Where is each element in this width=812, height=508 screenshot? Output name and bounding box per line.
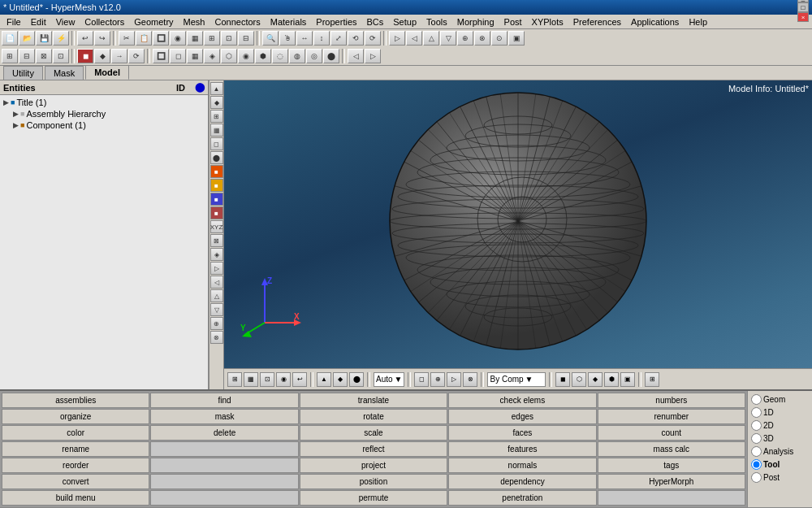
maximize-btn[interactable]: □: [797, 2, 809, 12]
radio-analysis[interactable]: Analysis: [751, 446, 809, 457]
radio-post-input[interactable]: [751, 472, 762, 483]
radio-post[interactable]: Post: [751, 472, 809, 483]
tb7[interactable]: ✂: [119, 31, 135, 46]
tb15[interactable]: 🔍: [262, 31, 279, 46]
tb27[interactable]: ⊗: [474, 31, 490, 46]
tb9[interactable]: 🔲: [153, 31, 169, 46]
cmd-reflect[interactable]: reflect: [300, 441, 447, 457]
cmd-delete[interactable]: delete: [150, 425, 298, 441]
bycomp-dropdown[interactable]: By Comp ▼: [487, 372, 546, 387]
radio-1d-input[interactable]: [751, 407, 762, 418]
tb35[interactable]: ◆: [94, 49, 110, 63]
tb41[interactable]: ◈: [204, 49, 220, 63]
tab-mask[interactable]: Mask: [45, 66, 84, 80]
cmd-convert[interactable]: convert: [2, 474, 149, 489]
cmd-position[interactable]: position: [300, 474, 447, 489]
cmd-rotate[interactable]: rotate: [300, 409, 447, 424]
side-btn-13[interactable]: ◈: [210, 248, 223, 261]
radio-tool[interactable]: Tool: [751, 459, 809, 470]
vp-btn-7[interactable]: ◆: [333, 372, 348, 387]
tb30[interactable]: ⊞: [2, 49, 18, 63]
vp-btn-6[interactable]: ▲: [317, 372, 331, 387]
menu-item-collectors[interactable]: Collectors: [80, 15, 129, 28]
tb19[interactable]: ⤢: [330, 31, 347, 46]
radio-tool-input[interactable]: [751, 459, 762, 470]
tb17[interactable]: ↔: [296, 31, 313, 46]
tb40[interactable]: ▦: [187, 49, 203, 63]
tb18[interactable]: ↕: [313, 31, 330, 46]
radio-3d-input[interactable]: [751, 433, 762, 444]
cmd-renumber[interactable]: renumber: [598, 409, 745, 424]
tb26[interactable]: ⊕: [457, 31, 473, 46]
side-btn-9[interactable]: ■: [210, 193, 223, 206]
vp-btn-11[interactable]: ▷: [447, 372, 461, 387]
tb12[interactable]: ⊞: [204, 31, 220, 46]
save-btn[interactable]: 💾: [36, 31, 52, 46]
side-btn-8[interactable]: ■: [210, 179, 223, 192]
radio-1d[interactable]: 1D: [751, 407, 809, 418]
cmd-features[interactable]: features: [448, 441, 596, 457]
tb44[interactable]: ⬢: [255, 49, 271, 63]
cmd-tags[interactable]: tags: [598, 458, 745, 473]
tb23[interactable]: ◁: [406, 31, 422, 46]
tb32[interactable]: ⊠: [36, 49, 52, 63]
tab-utility[interactable]: Utility: [3, 66, 43, 80]
tb46[interactable]: ◍: [289, 49, 305, 63]
cmd-numbers[interactable]: numbers: [598, 393, 745, 408]
tb22[interactable]: ▷: [389, 31, 405, 46]
vp-btn-17[interactable]: ▣: [620, 372, 635, 387]
cmd-scale[interactable]: scale: [300, 425, 447, 441]
cmd-reorder[interactable]: reorder: [2, 458, 149, 473]
tb20[interactable]: ⟲: [348, 31, 364, 46]
tb11[interactable]: ▦: [187, 31, 203, 46]
tb43[interactable]: ◉: [238, 49, 254, 63]
side-btn-17[interactable]: ▽: [210, 303, 223, 316]
tb29[interactable]: ▣: [508, 31, 525, 46]
tb4[interactable]: ⚡: [53, 31, 69, 46]
cmd-dependency[interactable]: dependency: [448, 474, 596, 489]
tb42[interactable]: ⬡: [221, 49, 237, 63]
cmd-edges[interactable]: edges: [448, 409, 596, 424]
cmd-mass-calc[interactable]: mass calc: [598, 441, 745, 457]
tb37[interactable]: ⟳: [128, 49, 145, 63]
tb49[interactable]: ◁: [348, 49, 364, 63]
tree-item-title[interactable]: ▶ ■ Title (1): [2, 97, 206, 108]
cmd-build-menu[interactable]: build menu: [2, 490, 149, 506]
side-btn-6[interactable]: ⬤: [210, 151, 223, 164]
tb45[interactable]: ◌: [272, 49, 288, 63]
cmd-permute[interactable]: permute: [300, 490, 447, 506]
vp-btn-12[interactable]: ⊗: [463, 372, 477, 387]
radio-geom[interactable]: Geom: [751, 394, 809, 405]
menu-item-help[interactable]: Help: [684, 15, 712, 28]
menu-item-xyplots[interactable]: XYPlots: [527, 15, 568, 28]
menu-item-geometry[interactable]: Geometry: [129, 15, 178, 28]
vp-btn-5[interactable]: ↩: [292, 372, 307, 387]
vp-btn-9[interactable]: ◻: [414, 372, 429, 387]
side-btn-18[interactable]: ⊕: [210, 317, 223, 330]
menu-item-edit[interactable]: Edit: [26, 15, 51, 28]
vp-btn-1[interactable]: ⊞: [227, 372, 242, 387]
tb8[interactable]: 📋: [136, 31, 152, 46]
cmd-mask[interactable]: mask: [150, 409, 298, 424]
auto-dropdown[interactable]: Auto ▼: [374, 372, 404, 387]
tb34[interactable]: ◼: [77, 49, 93, 63]
tb5[interactable]: ↩: [77, 31, 93, 46]
vp-btn-2[interactable]: ▦: [244, 372, 258, 387]
cmd-rename[interactable]: rename: [2, 441, 149, 457]
tb31[interactable]: ⊟: [19, 49, 35, 63]
tab-model[interactable]: Model: [85, 65, 129, 80]
tb33[interactable]: ⊡: [53, 49, 69, 63]
menu-item-materials[interactable]: Materials: [266, 15, 312, 28]
vp-btn-18[interactable]: ⊞: [645, 372, 659, 387]
side-btn-4[interactable]: ▦: [210, 124, 223, 137]
menu-item-applications[interactable]: Applications: [626, 15, 684, 28]
side-btn-3[interactable]: ⊞: [210, 110, 223, 123]
vp-btn-3[interactable]: ⊡: [260, 372, 274, 387]
tb36[interactable]: →: [111, 49, 127, 63]
tb16[interactable]: 🖱: [279, 31, 296, 46]
tb21[interactable]: ⟳: [365, 31, 381, 46]
vp-btn-14[interactable]: ⬡: [572, 372, 586, 387]
tb10[interactable]: ◉: [170, 31, 186, 46]
cmd-find[interactable]: find: [150, 393, 298, 408]
side-btn-19[interactable]: ⊗: [210, 331, 223, 344]
